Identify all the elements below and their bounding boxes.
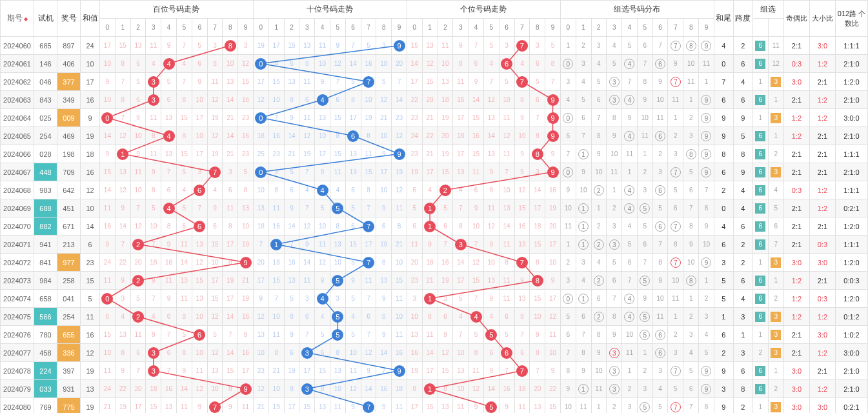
tail-cell: 4 xyxy=(714,37,733,55)
odd-cell: 2:1 xyxy=(784,344,810,362)
zx-cell: 3 xyxy=(768,73,783,91)
trend-cell: 12 xyxy=(483,217,499,236)
zx-cell: 3 xyxy=(768,326,783,344)
table-row: 2024072841977232422201816141210892018161… xyxy=(1,254,868,272)
digit-header: 4 xyxy=(622,19,638,37)
trend-cell: 17 xyxy=(545,236,561,254)
trend-cell: 1 xyxy=(422,217,438,236)
combo-cell: 1 xyxy=(607,181,622,199)
combo-cell: 0 xyxy=(560,290,576,308)
combo-cell: 1 xyxy=(591,199,607,217)
col-period[interactable]: 期号 xyxy=(1,1,34,37)
trend-cell: 15 xyxy=(100,326,116,344)
trend-cell: 5 xyxy=(530,73,545,91)
period-cell: 2024078 xyxy=(1,362,34,380)
prize-cell: 775 xyxy=(57,398,81,414)
combo-cell: 6 xyxy=(622,254,638,272)
trend-cell: 20 xyxy=(545,217,561,236)
zx-cell: 6 xyxy=(752,55,768,73)
trend-cell: 11 xyxy=(161,272,177,290)
combo-cell: 7 xyxy=(622,272,638,290)
combo-cell: 9 xyxy=(560,181,576,199)
combo-cell: 9 xyxy=(699,109,714,127)
combo-cell: 9 xyxy=(591,344,607,362)
combo-cell: 8 xyxy=(591,127,607,145)
tail-cell: 9 xyxy=(714,109,733,127)
trend-cell: 13 xyxy=(438,73,453,91)
trend-cell: 9 xyxy=(469,199,484,217)
combo-cell: 8 xyxy=(699,398,714,414)
trend-cell: 17 xyxy=(253,272,268,290)
trend-cell: 11 xyxy=(392,398,407,414)
trend-cell: 18 xyxy=(253,217,268,236)
trend-cell: 7 xyxy=(361,199,376,217)
r012-cell: 1:2:0 xyxy=(836,254,868,272)
digit-header: 8 xyxy=(223,19,238,37)
trend-cell: 12 xyxy=(253,91,268,109)
combo-cell: 8 xyxy=(683,217,699,236)
span-cell: 6 xyxy=(733,217,752,236)
prize-cell: 041 xyxy=(57,290,81,308)
combo-cell: 2 xyxy=(607,199,622,217)
trend-cell: 4 xyxy=(422,181,438,199)
zx-cell: 6 xyxy=(768,217,783,236)
trend-cell: 5 xyxy=(345,326,361,344)
zx-cell: 1 xyxy=(768,91,783,109)
trend-cell: 12 xyxy=(392,127,407,145)
trend-cell: 15 xyxy=(176,109,192,127)
trend-cell: 5 xyxy=(330,326,345,344)
trend-cell: 18 xyxy=(514,380,530,398)
trend-cell: 3 xyxy=(192,163,207,181)
trend-cell: 9 xyxy=(130,145,146,163)
trend-cell: 13 xyxy=(192,236,207,254)
trend-cell: 5 xyxy=(176,326,192,344)
digit-header: 6 xyxy=(192,19,207,37)
trend-cell: 12 xyxy=(207,308,223,326)
combo-cell: 2 xyxy=(668,326,683,344)
trend-cell: 12 xyxy=(299,217,315,236)
odd-cell: 3:0 xyxy=(784,362,810,380)
size-cell: 1:2 xyxy=(810,308,836,326)
trend-cell: 9 xyxy=(483,290,499,308)
trend-cell: 10 xyxy=(130,127,146,145)
trend-cell: 5 xyxy=(176,199,192,217)
trend-cell: 10 xyxy=(499,181,514,199)
trend-cell: 7 xyxy=(545,73,561,91)
combo-cell: 4 xyxy=(591,254,607,272)
trend-cell: 13 xyxy=(223,73,238,91)
combo-cell: 6 xyxy=(652,217,668,236)
trend-cell: 5 xyxy=(483,37,499,55)
trend-cell: 16 xyxy=(238,308,254,326)
test-cell: 769 xyxy=(34,398,57,414)
size-cell: 1:2 xyxy=(810,55,836,73)
trend-cell: 18 xyxy=(268,254,284,272)
r012-cell: 2:1:0 xyxy=(836,163,868,181)
trend-cell: 17 xyxy=(376,163,392,181)
trend-cell: 16 xyxy=(514,217,530,236)
combo-cell: 3 xyxy=(607,73,622,91)
size-cell: 3:0 xyxy=(810,254,836,272)
trend-cell: 20 xyxy=(407,254,422,272)
trend-cell: 6 xyxy=(161,308,177,326)
trend-cell: 15 xyxy=(530,236,545,254)
trend-cell: 11 xyxy=(392,326,407,344)
trend-cell: 6 xyxy=(192,326,207,344)
r012-cell: 1:1:1 xyxy=(836,236,868,254)
trend-cell: 17 xyxy=(253,73,268,91)
trend-cell: 6 xyxy=(161,344,177,362)
trend-cell: 5 xyxy=(361,37,376,55)
period-cell: 2024062 xyxy=(1,73,34,91)
span-cell: 6 xyxy=(733,55,752,73)
trend-cell: 16 xyxy=(407,344,422,362)
trend-cell: 14 xyxy=(376,344,392,362)
trend-cell: 4 xyxy=(483,55,499,73)
r012-cell: 0:2:1 xyxy=(836,398,868,414)
trend-cell: 15 xyxy=(330,109,345,127)
zx-cell: 3 xyxy=(768,254,783,272)
trend-cell: 5 xyxy=(545,37,561,55)
table-row: 2024076780655161513119756579131197555791… xyxy=(1,326,868,344)
period-cell: 2024072 xyxy=(1,254,34,272)
trend-cell: 11 xyxy=(438,37,453,55)
combo-cell: 10 xyxy=(560,199,576,217)
zx-cell: 1 xyxy=(768,272,783,290)
